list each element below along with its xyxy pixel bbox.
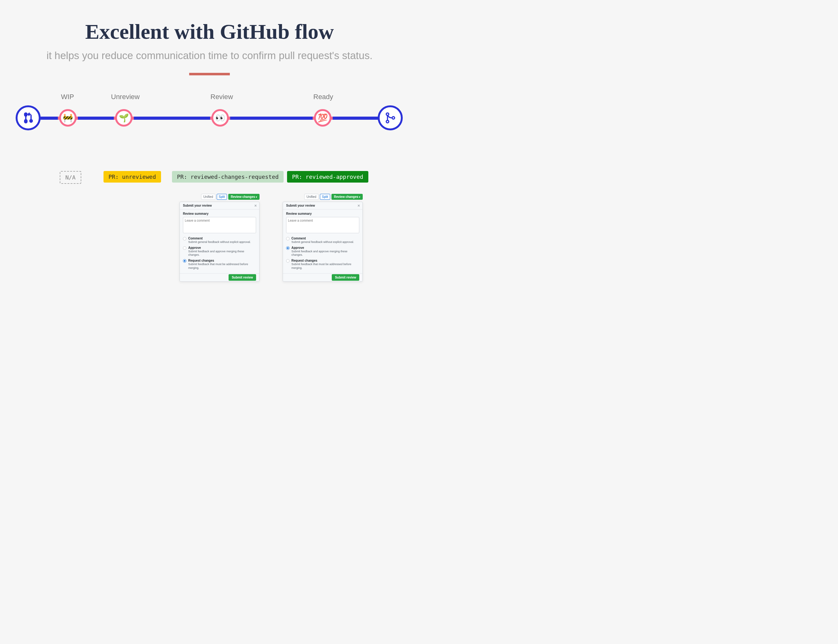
review-dropdown: Submit your review × Review summary Comm…	[179, 202, 260, 282]
stage-icon-unreview: 🌱	[115, 109, 133, 127]
radio-icon	[286, 259, 289, 263]
option-desc: Submit general feedback without explicit…	[291, 240, 354, 244]
option-comment[interactable]: Comment Submit general feedback without …	[183, 236, 256, 245]
split-tab[interactable]: Split	[320, 194, 330, 200]
review-comment-textarea[interactable]	[286, 217, 359, 233]
close-icon[interactable]: ×	[357, 203, 360, 208]
stage-label-review: Review	[210, 93, 233, 101]
badge-unreviewed: PR: unreviewed	[104, 171, 161, 182]
page: Excellent with GitHub flow it helps you …	[0, 20, 419, 322]
option-title: Request changes	[291, 259, 359, 262]
review-panel-tabs: Unified Split Review changes	[283, 193, 363, 200]
option-desc: Submit feedback and approve merging thes…	[188, 250, 256, 257]
flow-line	[134, 117, 210, 120]
svg-point-3	[386, 113, 389, 115]
review-dropdown-title: Submit your review	[286, 204, 315, 207]
flow-line	[78, 117, 114, 120]
review-comment-textarea[interactable]	[183, 217, 256, 233]
stage-label-unreview: Unreview	[111, 93, 140, 101]
review-dropdown-footer: Submit review	[180, 273, 259, 281]
split-tab[interactable]: Split	[217, 194, 227, 200]
review-panel-tabs: Unified Split Review changes	[179, 193, 260, 200]
option-desc: Submit general feedback without explicit…	[188, 240, 251, 244]
seedling-icon: 🌱	[119, 114, 129, 122]
radio-icon	[183, 259, 186, 263]
flow-line	[333, 117, 379, 120]
unified-tab[interactable]: Unified	[304, 194, 318, 200]
option-approve[interactable]: Approve Submit feedback and approve merg…	[286, 245, 359, 258]
svg-point-5	[392, 117, 394, 119]
stage-label-ready: Ready	[313, 93, 334, 101]
badge-na: N/A	[60, 171, 81, 184]
submit-review-button[interactable]: Submit review	[332, 274, 359, 281]
review-dropdown-footer: Submit review	[283, 273, 362, 281]
option-title: Comment	[291, 237, 354, 240]
merge-icon	[378, 105, 403, 130]
review-panel-approve: Unified Split Review changes Submit your…	[283, 193, 363, 282]
option-request-changes[interactable]: Request changes Submit feedback that mus…	[286, 258, 359, 271]
badge-changes-requested: PR: reviewed-changes-requested	[172, 171, 284, 182]
option-request-changes[interactable]: Request changes Submit feedback that mus…	[183, 258, 256, 271]
submit-review-button[interactable]: Submit review	[228, 274, 256, 281]
review-dropdown-header: Submit your review ×	[180, 202, 259, 209]
eyes-icon: 👀	[215, 114, 225, 122]
review-dropdown-header: Submit your review ×	[283, 202, 362, 209]
stage-icon-review: 👀	[211, 109, 229, 127]
review-changes-button[interactable]: Review changes	[228, 194, 260, 200]
flow-canvas: WIP Unreview Review Ready 🚧 �	[0, 93, 419, 143]
review-summary-label: Review summary	[183, 212, 256, 215]
option-desc: Submit feedback and approve merging thes…	[291, 250, 359, 257]
page-title: Excellent with GitHub flow	[0, 20, 419, 44]
review-dropdown-body: Review summary Comment Submit general fe…	[180, 209, 259, 273]
hundred-icon: 💯	[318, 114, 328, 122]
page-subtitle: it helps you reduce communication time t…	[0, 50, 419, 62]
radio-icon	[183, 237, 186, 240]
review-options: Comment Submit general feedback without …	[286, 236, 359, 271]
stage-label-wip: WIP	[61, 93, 74, 101]
review-dropdown-body: Review summary Comment Submit general fe…	[283, 209, 362, 273]
review-summary-label: Review summary	[286, 212, 359, 215]
unified-tab[interactable]: Unified	[201, 194, 215, 200]
option-desc: Submit feedback that must be addressed b…	[188, 263, 256, 270]
flow-line	[39, 117, 58, 120]
review-changes-button[interactable]: Review changes	[332, 194, 363, 200]
option-desc: Submit feedback that must be addressed b…	[291, 263, 359, 270]
review-options: Comment Submit general feedback without …	[183, 236, 256, 271]
pull-request-icon	[16, 105, 41, 130]
close-icon[interactable]: ×	[254, 203, 257, 208]
option-title: Comment	[188, 237, 251, 240]
option-comment[interactable]: Comment Submit general feedback without …	[286, 236, 359, 245]
option-title: Request changes	[188, 259, 256, 262]
badge-row: N/A PR: unreviewed PR: reviewed-changes-…	[0, 171, 419, 184]
radio-icon	[286, 246, 289, 250]
option-approve[interactable]: Approve Submit feedback and approve merg…	[183, 245, 256, 258]
title-divider	[189, 73, 230, 76]
stage-icon-ready: 💯	[314, 109, 332, 127]
radio-icon	[183, 246, 186, 250]
option-title: Approve	[291, 246, 359, 250]
radio-icon	[286, 237, 289, 240]
review-dropdown-title: Submit your review	[183, 204, 212, 207]
review-dropdown: Submit your review × Review summary Comm…	[283, 202, 363, 282]
svg-point-4	[386, 120, 389, 123]
stage-icon-wip: 🚧	[59, 109, 77, 127]
badge-approved: PR: reviewed-approved	[287, 171, 368, 182]
construction-icon: 🚧	[63, 114, 73, 122]
option-title: Approve	[188, 246, 256, 250]
review-panel-request: Unified Split Review changes Submit your…	[179, 193, 260, 282]
flow-line	[230, 117, 313, 120]
